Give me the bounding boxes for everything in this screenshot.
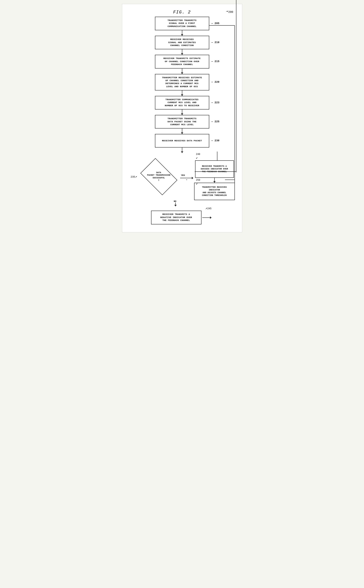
ref-235: 235↗ [131,175,137,179]
ref-220: 220 [211,80,220,84]
box-215: RECEIVER TRANSMITS ESTIMATE OF CHANNEL C… [155,55,209,68]
ref-223: 223 [211,101,220,104]
ref-250-label: 250↙ [196,179,200,185]
box-205: TRANSMITTER TRANSMITS SIGNAL OVER A FIRS… [155,17,209,30]
arrow-223-225 [182,109,182,115]
ref-200: ↙200 [226,9,233,14]
box-210: RECEIVER RECEIVES SIGNAL AND ESTIMATES C… [155,36,209,49]
box-240: RECEIVER TRANSMITS A SUCCESS INDICATOR O… [195,160,234,178]
horiz-line-245-250 [202,217,210,218]
box-225: TRANSMITTER TRANSMITS DATA PACKET USING … [155,115,209,128]
yes-arrow-head [192,177,193,179]
ref-240-label: 240↙ [196,153,200,160]
ref-210: 210 [211,41,220,44]
arrow-230-235 [182,147,182,153]
ref-245-label: ↗245 [205,206,211,210]
ref-205: 205 [211,22,220,25]
yes-label: YES [181,174,185,176]
yes-horiz-line [180,178,192,178]
no-branch: NO ↗245 RECEIVER TRANSMITS A NEGATIVE IN… [151,200,212,224]
no-down-line [175,202,176,206]
box-223: TRANSMITTER COMMUNICATES CURRENT MCS LEV… [155,96,209,109]
arrow-210-215 [182,49,182,55]
main-flow: TRANSMITTER TRANSMITS SIGNAL OVER A FIRS… [126,17,238,224]
no-arrow-head [174,205,177,206]
loop-right-line [236,0,236,172]
ref-225: 225 [211,120,220,123]
box-230: RECEIVER RECEIVES DATA PACKET 230 [155,134,209,147]
arrow-205-210 [182,30,182,36]
yes-branch: YES [180,174,193,179]
diamond-section: DATA PACKET TRANSMISSION SUCCESSFUL ? 23… [128,153,236,224]
box-245: RECEIVER TRANSMITS A NEGATIVE INDICATOR … [151,211,202,224]
box-250-wrapper: 250↙ TRANSMITTER RECEIVES INDICATOR AND … [194,183,235,200]
diamond-row: DATA PACKET TRANSMISSION SUCCESSFUL ? 23… [136,153,235,200]
box-240-col: 240↙ RECEIVER TRANSMITS A SUCCESS INDICA… [194,153,235,200]
arrow-245-250 [210,216,212,219]
figure-title: FIG. 2 [126,10,238,15]
ref-230: 230 [211,139,220,142]
diamond-text-235: DATA PACKET TRANSMISSION SUCCESSFUL ? [146,171,171,182]
box-220: TRANSMITTER RECEIVES ESTIMATE OF CHANNEL… [155,74,209,91]
arrow-240-250 [214,178,215,183]
diagram-container: FIG. 2 ↙200 TRANSMITTER TRANSMITS SIGNAL… [122,4,242,232]
no-label: NO [174,200,176,202]
ref-215: 215 [211,60,220,63]
arrow-220-223 [182,90,182,96]
diamond-235: DATA PACKET TRANSMISSION SUCCESSFUL ? 23… [139,164,178,189]
loop-bottom-line [195,171,236,172]
arrow-225-230 [182,128,182,134]
box-245-row: RECEIVER TRANSMITS A NEGATIVE INDICATOR … [151,211,212,224]
arrow-215-220 [182,68,182,74]
